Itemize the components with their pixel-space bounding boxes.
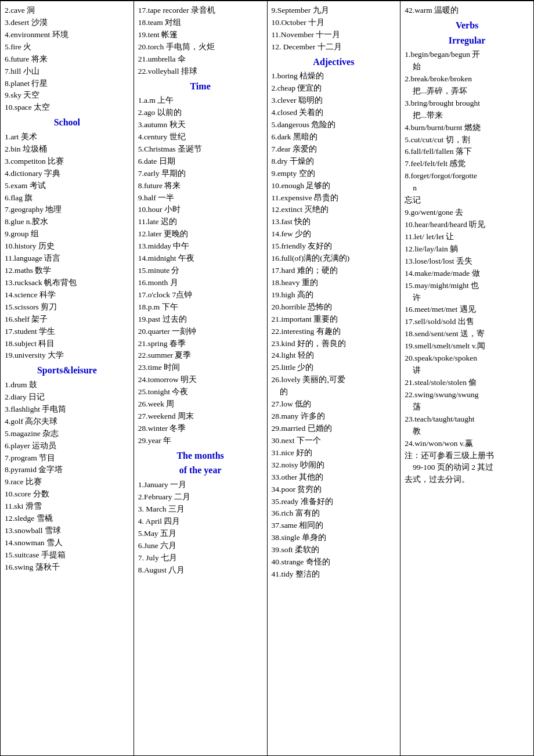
list-item: 36.rich 富有的 <box>272 507 396 520</box>
list-item: 18.p.m 下午 <box>138 301 263 314</box>
list-item: 8.pyramid 金字塔 <box>5 464 129 476</box>
list-item: 14.few 少的 <box>272 228 396 240</box>
list-item: 4. April 四月 <box>138 516 263 528</box>
list-item: 1.drum 鼓 <box>5 379 129 391</box>
list-item: 41.tidy 整洁的 <box>272 568 396 581</box>
list-item: 12.later 更晚的 <box>138 228 263 240</box>
list-item: 2.bin 垃圾桶 <box>5 143 129 156</box>
list-item: 5.fire 火 <box>5 41 129 53</box>
list-item: 3.bring/brought brought把...带来 <box>405 98 529 122</box>
section-heading: Sports&leisure <box>5 363 129 378</box>
list-item: 14.science 科学 <box>5 289 129 301</box>
list-item: 3.competiton 比赛 <box>5 156 129 168</box>
list-item: 21.important 重要的 <box>272 314 396 326</box>
list-item: 3.flashlight 手电筒 <box>5 404 129 416</box>
list-item: 24.win/won/won v.赢 <box>405 438 529 450</box>
list-item: 4.century 世纪 <box>138 131 263 143</box>
list-item: 7.hill 小山 <box>5 66 129 78</box>
list-item: 6.fall/fell/fallen 落下 <box>405 146 529 158</box>
list-item: 5.magazine 杂志 <box>5 428 129 440</box>
list-item: 15.scissors 剪刀 <box>5 301 129 314</box>
list-item: 4.dictionary 字典 <box>5 168 129 180</box>
list-item: 9.empty 空的 <box>272 168 396 180</box>
list-item: 17.student 学生 <box>5 326 129 338</box>
list-item: 23.time 时间 <box>138 362 263 374</box>
list-item: 13.midday 中午 <box>138 240 263 253</box>
list-item: 忘记 <box>405 195 529 207</box>
list-item: 20.speak/spoke/spoken讲 <box>405 352 529 377</box>
list-item: 3.clever 聪明的 <box>272 95 396 107</box>
list-item: 18.subject 科目 <box>5 338 129 350</box>
list-item: 14.snowman 雪人 <box>5 537 129 549</box>
section-heading: The monthsof the year <box>138 448 263 478</box>
list-item: 7.geography 地理 <box>5 204 129 216</box>
list-item: 2.February 二月 <box>138 491 263 503</box>
list-item: 21.steal/stole/stolen 偷 <box>405 377 529 389</box>
list-item: 19.university 大学 <box>5 350 129 362</box>
list-item: 16.full(of)满的(充满的) <box>272 253 396 265</box>
content-columns: 2.cave 洞3.desert 沙漠4.environment 环境5.fir… <box>1 1 533 755</box>
list-item: 5.Christmas 圣诞节 <box>138 143 263 156</box>
list-item: 7.program 节目 <box>5 452 129 465</box>
list-item: 17.o'clock 7点钟 <box>138 289 263 301</box>
list-item: 17.hard 难的；硬的 <box>272 265 396 277</box>
list-item: 19.past 过去的 <box>138 314 263 326</box>
list-item: 4.environment 环境 <box>5 29 129 41</box>
list-item: 17.tape recorder 录音机 <box>138 5 263 17</box>
list-item: 19.high 高的 <box>272 289 396 301</box>
list-item: 15.minute 分 <box>138 265 263 277</box>
list-item: 10.space 太空 <box>5 102 129 114</box>
list-item: 38.single 单身的 <box>272 532 396 544</box>
list-item: 29.year 年 <box>138 435 263 447</box>
list-item: 6.dark 黑暗的 <box>272 131 396 143</box>
list-item: 23.kind 好的，善良的 <box>272 338 396 350</box>
list-item: 2.break/broke/broken把...弄碎，弄坏 <box>405 73 529 98</box>
list-item: 11.late 迟的 <box>138 216 263 228</box>
list-item: 9.sky 天空 <box>5 89 129 102</box>
list-item: 14.midnight 午夜 <box>138 253 263 265</box>
list-item: 26.lovely 美丽的,可爱的 <box>272 374 396 398</box>
list-item: 10.history 历史 <box>5 240 129 253</box>
list-item: 注：还可参看三级上册书99-100 页的动词 2 其过 <box>405 450 529 474</box>
list-item: 6.flag 旗 <box>5 192 129 204</box>
list-item: 3. March 三月 <box>138 503 263 516</box>
list-item: 23.teach/taught/taught教 <box>405 413 529 438</box>
list-item: 8.future 将来 <box>138 180 263 192</box>
list-item: 7.dear 亲爱的 <box>272 143 396 156</box>
list-item: 8.August 八月 <box>138 564 263 577</box>
section-heading: Adjectives <box>272 55 396 70</box>
column-1: 2.cave 洞3.desert 沙漠4.environment 环境5.fir… <box>1 1 134 755</box>
list-item: 10.score 分数 <box>5 488 129 501</box>
list-item: 11.expensive 昂贵的 <box>272 192 396 204</box>
list-item: 11.let/ let/let 让 <box>405 231 529 243</box>
section-heading: School <box>5 115 129 130</box>
list-item: 2.ago 以前的 <box>138 107 263 119</box>
list-item: 5.dangerous 危险的 <box>272 119 396 131</box>
list-item: 8.planet 行星 <box>5 78 129 90</box>
list-item: 32.noisy 吵闹的 <box>272 459 396 471</box>
page: 2.cave 洞3.desert 沙漠4.environment 环境5.fir… <box>0 0 534 756</box>
list-item: 4.burn/burnt/burnt 燃烧 <box>405 122 529 134</box>
list-item: 1.a.m 上午 <box>138 95 263 107</box>
list-item: 25.little 少的 <box>272 362 396 374</box>
list-item: 4.closed 关着的 <box>272 107 396 119</box>
list-item: 29.married 已婚的 <box>272 423 396 435</box>
list-item: 37.same 相同的 <box>272 520 396 532</box>
list-item: 35.ready 准备好的 <box>272 496 396 508</box>
list-item: 4.golf 高尔夫球 <box>5 416 129 428</box>
list-item: 21.umbrella 伞 <box>138 53 263 66</box>
list-item: 2.cheap 便宜的 <box>272 82 396 95</box>
list-item: 11.November 十一月 <box>272 29 396 41</box>
list-item: 13.snowball 雪球 <box>5 525 129 537</box>
list-item: 10.hour 小时 <box>138 204 263 216</box>
column-3: 9.September 九月10.October 十月11.November 十… <box>268 1 401 755</box>
list-item: 15.friendly 友好的 <box>272 240 396 253</box>
list-item: 16.swing 荡秋千 <box>5 561 129 574</box>
list-item: 13.fast 快的 <box>272 216 396 228</box>
list-item: 27.low 低的 <box>272 398 396 411</box>
list-item: 3.desert 沙漠 <box>5 17 129 29</box>
list-item: 10.hear/heard/heard 听见 <box>405 219 529 231</box>
list-item: 22.summer 夏季 <box>138 350 263 362</box>
list-item: 28.many 许多的 <box>272 411 396 423</box>
list-item: 16.meet/met/met 遇见 <box>405 304 529 316</box>
